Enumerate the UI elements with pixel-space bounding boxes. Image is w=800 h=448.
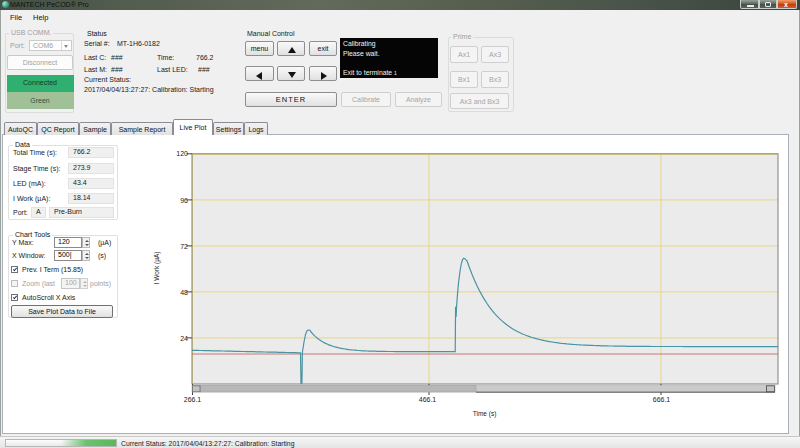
- svg-text:96: 96: [180, 197, 188, 204]
- svg-text:48: 48: [180, 289, 188, 296]
- svg-text:266.1: 266.1: [184, 396, 202, 403]
- svg-text:666.1: 666.1: [653, 396, 671, 403]
- svg-text:I Work (µA): I Work (µA): [153, 252, 161, 285]
- svg-text:72: 72: [180, 243, 188, 250]
- svg-text:24: 24: [180, 335, 188, 342]
- svg-text:120: 120: [176, 150, 188, 157]
- svg-text:466.1: 466.1: [419, 396, 437, 403]
- svg-text:Time (s): Time (s): [473, 410, 497, 418]
